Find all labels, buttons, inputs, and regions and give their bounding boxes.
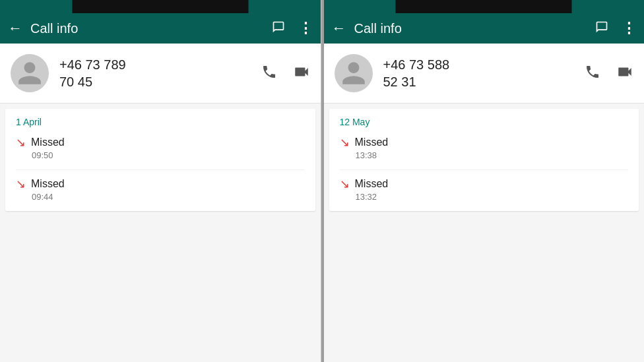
call-time-left-0: 09:50 <box>32 150 305 160</box>
missed-arrow-left-0: ↙ <box>16 135 26 150</box>
chat-icon-right[interactable] <box>595 20 608 37</box>
video-icon-right[interactable] <box>616 63 633 83</box>
call-log-left: 1 April ↙ Missed 09:50 ↙ Missed 09:44 <box>5 109 315 211</box>
contact-section-left: +46 73 78970 45 <box>0 44 321 104</box>
call-time-right-1: 13:32 <box>356 192 629 202</box>
call-label-left-1: Missed <box>31 178 65 190</box>
call-time-left-1: 09:44 <box>32 192 305 202</box>
missed-arrow-left-1: ↙ <box>16 177 26 191</box>
call-entry-left-1: ↙ Missed 09:44 <box>16 177 305 202</box>
call-date-right: 12 May <box>340 117 629 127</box>
call-entry-right-0: ↙ Missed 13:38 <box>340 135 629 160</box>
call-time-right-0: 13:38 <box>356 150 629 160</box>
call-label-left-0: Missed <box>31 136 65 148</box>
call-label-right-1: Missed <box>355 178 389 190</box>
redacted-bar-right <box>396 0 572 13</box>
call-log-right: 12 May ↙ Missed 13:38 ↙ Missed 13:32 <box>329 109 639 211</box>
back-button-right[interactable]: ← <box>332 20 346 37</box>
avatar-right <box>335 54 373 92</box>
call-label-right-0: Missed <box>355 136 389 148</box>
contact-actions-left <box>261 63 310 83</box>
phone-icon-right[interactable] <box>585 64 600 82</box>
contact-number-left: +46 73 78970 45 <box>59 56 251 90</box>
toolbar-title-right: Call info <box>354 21 583 36</box>
toolbar-title-left: Call info <box>30 21 259 36</box>
redacted-bar-left <box>72 0 248 13</box>
back-button-left[interactable]: ← <box>8 20 22 37</box>
phone-icon-left[interactable] <box>261 64 277 82</box>
screenshot-wrapper: ← Call info ⋮ +46 73 78970 45 <box>0 0 644 362</box>
left-panel: ← Call info ⋮ +46 73 78970 45 <box>0 0 321 362</box>
call-entry-left-0: ↙ Missed 09:50 <box>16 135 305 160</box>
call-date-left: 1 April <box>16 117 305 127</box>
contact-number-right: +46 73 58852 31 <box>383 56 575 90</box>
menu-icon-right[interactable]: ⋮ <box>622 20 636 37</box>
chat-icon-left[interactable] <box>272 20 285 37</box>
missed-arrow-right-1: ↙ <box>340 177 350 191</box>
missed-arrow-right-0: ↙ <box>340 135 350 150</box>
contact-section-right: +46 73 58852 31 <box>324 44 645 104</box>
call-entry-right-1: ↙ Missed 13:32 <box>340 177 629 202</box>
video-icon-left[interactable] <box>293 63 310 83</box>
avatar-left <box>11 54 49 92</box>
contact-actions-right <box>585 63 633 83</box>
entry-divider-left <box>16 169 305 170</box>
entry-divider-right <box>340 169 629 170</box>
menu-icon-left[interactable]: ⋮ <box>298 20 313 37</box>
right-panel: ← Call info ⋮ +46 73 58852 31 <box>324 0 645 362</box>
